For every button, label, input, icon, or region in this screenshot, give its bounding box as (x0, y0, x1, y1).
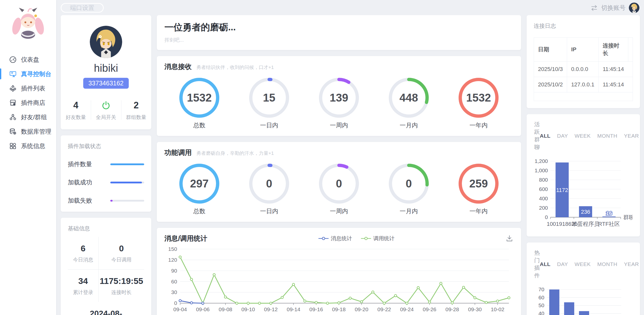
hot-plugins-title: 热门插件 (534, 249, 540, 279)
left-column: hibiki 3373463162 4 好友数量 全局开关 (61, 15, 151, 315)
active-groups-chart: 02004006008001,0001,20011721001918625236… (534, 155, 632, 231)
sidebar-item-console[interactable]: 真寻控制台 (0, 67, 56, 81)
gauge-icon (9, 56, 17, 63)
svg-text:09-18: 09-18 (332, 306, 346, 312)
sidebar-item-label: 仪表盘 (21, 56, 39, 64)
switch-account[interactable]: 切换账号 (590, 3, 639, 13)
switch-account-label: 切换账号 (601, 4, 626, 12)
svg-text:09-12: 09-12 (264, 306, 278, 312)
tab-year[interactable]: YEAR (624, 261, 639, 267)
svg-text:09-28: 09-28 (445, 306, 459, 312)
stat-ring-day: 0 一日内 (245, 164, 293, 215)
tab-all[interactable]: ALL (540, 261, 550, 267)
store-icon (9, 99, 17, 107)
svg-text:0: 0 (545, 214, 548, 220)
tab-month[interactable]: MONTH (597, 261, 617, 267)
svg-text:1,000: 1,000 (534, 167, 548, 173)
port-settings-button[interactable]: 端口设置 (61, 3, 104, 13)
legend-message-series[interactable]: 消息统计 (318, 235, 352, 242)
swap-icon (590, 4, 598, 12)
line-chart-card: 消息/调用统计 消息统计 调用统计 (157, 228, 521, 315)
log-row: 2025/10/3 0.0.0.0 11:45:14 (534, 62, 633, 77)
tab-all[interactable]: ALL (540, 133, 550, 139)
stat-ring-year: 1532 一年内 (455, 78, 503, 129)
download-icon[interactable] (505, 234, 513, 243)
connect-duration: 1175:19:55 连接时长 (99, 270, 144, 302)
main-area: 端口设置 切换账号 hibiki 3373463162 4 好友数量 (56, 0, 644, 315)
bot-avatar (90, 26, 122, 58)
legend-call-series[interactable]: 调用统计 (361, 235, 395, 242)
section-title: 消息接收 (164, 62, 192, 71)
svg-text:09-06: 09-06 (196, 306, 210, 312)
svg-text:60: 60 (171, 279, 177, 284)
sidebar-item-label: 系统信息 (21, 142, 45, 150)
sidebar-item-dashboard[interactable]: 仪表盘 (0, 52, 56, 67)
tab-day[interactable]: DAY (557, 261, 568, 267)
range-tabs: ALL DAY WEEK MONTH YEAR (540, 261, 639, 267)
load-success-progress (110, 182, 144, 183)
svg-text:200: 200 (539, 205, 548, 211)
svg-text:1172: 1172 (556, 187, 568, 193)
topbar: 端口设置 切换账号 (61, 2, 640, 14)
today-messages: 6 今日消息 (68, 237, 99, 270)
tab-day[interactable]: DAY (557, 133, 568, 139)
page-title: 一位勇者的磨砺... (164, 21, 513, 34)
sidebar-item-label: 插件商店 (21, 99, 45, 107)
progress-row: 加载成功 (68, 178, 144, 186)
page-subtitle: 挥剑吧... (164, 37, 513, 43)
stat-ring-day: 15 一日内 (245, 78, 293, 129)
tab-week[interactable]: WEEK (574, 261, 591, 267)
today-calls: 0 今日调用 (99, 237, 144, 270)
svg-text:09-16: 09-16 (309, 306, 323, 312)
tab-month[interactable]: MONTH (597, 133, 617, 139)
svg-text:笨蛋程序员: 笨蛋程序员 (572, 221, 599, 227)
profile-card: hibiki 3373463162 4 好友数量 全局开关 (61, 15, 151, 129)
right-column: 连接日志 日期 IP 连接时长 (527, 15, 640, 315)
plugin-status-title: 插件加载状态 (68, 142, 144, 150)
svg-text:09-04: 09-04 (173, 306, 187, 312)
bot-uid-badge: 3373463162 (83, 78, 128, 89)
chart-legend: 消息统计 调用统计 (207, 235, 505, 242)
hero-card: 一位勇者的磨砺... 挥剑吧... (157, 15, 521, 50)
network-people-icon (9, 113, 17, 121)
svg-text:400: 400 (539, 196, 548, 201)
stat-ring-month: 0 一月内 (385, 164, 433, 215)
svg-text:09-24: 09-24 (400, 306, 414, 312)
account-avatar[interactable] (629, 3, 639, 13)
sidebar-item-plugin-store[interactable]: 插件商店 (0, 95, 56, 110)
tab-year[interactable]: YEAR (624, 133, 639, 139)
plugin-status-card: 插件加载状态 插件数量 加载成功 加载失败 (61, 135, 151, 212)
sidebar-item-label: 真寻控制台 (21, 70, 51, 78)
hot-plugins-chart: 01020304050607070戳一戳54俄罗斯轮盘43nonebot_plu… (534, 283, 632, 315)
power-icon[interactable] (101, 99, 111, 111)
sidebar-item-friends-groups[interactable]: 好友/群组 (0, 110, 56, 124)
svg-text:30: 30 (171, 289, 177, 295)
profile-stats: 4 好友数量 全局开关 2 群组数量 (61, 99, 151, 121)
stat-ring-total: 1532 总数 (175, 78, 223, 129)
database-icon (9, 128, 17, 135)
stat-ring-total: 297 总数 (175, 164, 223, 215)
svg-text:09-20: 09-20 (355, 306, 368, 312)
friends-stat: 4 好友数量 (61, 99, 91, 121)
connection-log-table: 日期 IP 连接时长 2025/10/3 0.0.0.0 (534, 37, 633, 101)
app-root: 仪表盘 真寻控制台 插件列表 插件商店 (0, 0, 644, 315)
sidebar-item-label: 好友/群组 (21, 113, 47, 121)
legend-marker-icon (318, 237, 329, 240)
sidebar-item-label: 数据库管理 (21, 128, 51, 136)
sidebar: 仪表盘 真寻控制台 插件列表 插件商店 (0, 0, 56, 315)
stat-ring-month: 448 一月内 (385, 78, 433, 129)
tab-week[interactable]: WEEK (574, 133, 591, 139)
stat-ring-week: 0 一周内 (315, 164, 363, 215)
message-rings: 1532 总数 15 一日内 139 一周内 448 (164, 78, 513, 129)
sidebar-item-database[interactable]: 数据库管理 (0, 124, 56, 139)
svg-text:09-14: 09-14 (287, 306, 300, 312)
svg-text:09-10: 09-10 (241, 306, 255, 312)
sidebar-nav: 仪表盘 真寻控制台 插件列表 插件商店 (0, 52, 56, 153)
global-switch[interactable]: 全局开关 (91, 99, 121, 121)
progress-row: 加载失败 (68, 197, 144, 205)
range-tabs: ALL DAY WEEK MONTH YEAR (540, 133, 639, 139)
sidebar-item-system-info[interactable]: 系统信息 (0, 139, 56, 153)
basic-info-grid: 6 今日消息 0 今日调用 34 累计登录 1175:19:55 (68, 237, 144, 302)
sidebar-item-plugin-list[interactable]: 插件列表 (0, 81, 56, 95)
svg-text:0: 0 (174, 300, 177, 306)
